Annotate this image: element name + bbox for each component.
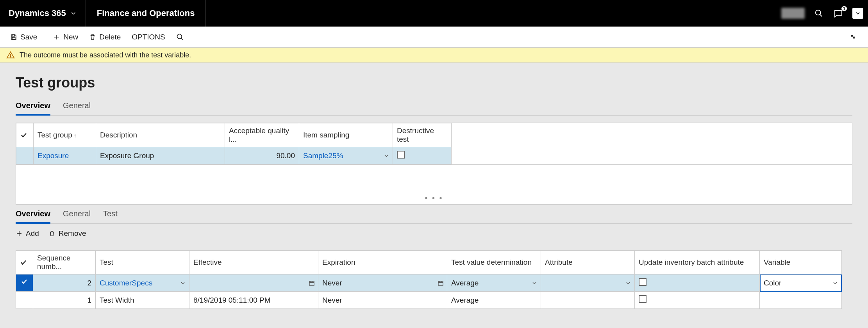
- search-action-button[interactable]: [171, 31, 189, 43]
- notification-badge: 1: [841, 6, 847, 11]
- grid1-row[interactable]: Exposure Exposure Group 90.00 Sample25%: [16, 147, 452, 164]
- row-selector-checked[interactable]: [16, 275, 33, 292]
- popout-icon: [848, 33, 856, 41]
- cell-description[interactable]: Exposure Group: [96, 147, 225, 164]
- new-button[interactable]: New: [48, 30, 84, 44]
- svg-rect-12: [309, 281, 314, 285]
- chevron-down-icon: [383, 153, 389, 159]
- svg-line-1: [820, 14, 822, 17]
- cell-update-attr[interactable]: [635, 275, 760, 292]
- cell-seq[interactable]: 2: [33, 275, 96, 292]
- checkbox[interactable]: [639, 295, 647, 303]
- check-icon: [20, 132, 27, 139]
- cell-tvd[interactable]: Average: [447, 275, 541, 292]
- select-all-header-2[interactable]: [16, 251, 33, 275]
- cell-attribute[interactable]: [541, 275, 635, 292]
- col-effective[interactable]: Effective: [189, 251, 318, 275]
- tab-overview-top[interactable]: Overview: [16, 98, 50, 116]
- cell-attribute[interactable]: [541, 292, 635, 309]
- cell-test-group[interactable]: Exposure: [34, 147, 96, 164]
- svg-point-6: [177, 34, 182, 39]
- svg-rect-2: [12, 35, 14, 36]
- content-area: Test groups Overview General Test group↑…: [0, 63, 868, 309]
- splitter-handle[interactable]: • • •: [16, 192, 852, 204]
- checkbox[interactable]: [639, 278, 647, 286]
- action-bar: Save New Delete OPTIONS: [0, 27, 868, 48]
- tab-general-bottom[interactable]: General: [63, 206, 91, 224]
- cell-update-attr[interactable]: [635, 292, 760, 309]
- check-icon: [20, 259, 27, 266]
- cell-expiration[interactable]: Never: [318, 275, 447, 292]
- col-update-attr[interactable]: Update inventory batch attribute: [635, 251, 760, 275]
- col-tvd[interactable]: Test value determination: [447, 251, 541, 275]
- cell-destructive[interactable]: [393, 147, 452, 164]
- cell-test[interactable]: CustomerSpecs: [96, 275, 189, 292]
- svg-line-7: [181, 38, 183, 40]
- svg-rect-16: [438, 281, 443, 285]
- cell-effective[interactable]: [189, 275, 318, 292]
- col-variable[interactable]: Variable: [760, 251, 842, 275]
- brand-dropdown[interactable]: Dynamics 365: [0, 0, 86, 27]
- grid2-row[interactable]: 1 Test Width 8/19/2019 05:11:00 PM Never…: [16, 292, 842, 309]
- cell-effective[interactable]: 8/19/2019 05:11:00 PM: [189, 292, 318, 309]
- brand-label: Dynamics 365: [9, 8, 66, 18]
- col-test-group[interactable]: Test group↑: [34, 123, 96, 147]
- delete-button[interactable]: Delete: [84, 30, 126, 44]
- topbar-icons: 1: [781, 0, 868, 27]
- cell-tvd[interactable]: Average: [447, 292, 541, 309]
- cell-expiration[interactable]: Never: [318, 292, 447, 309]
- grid1-header-row: Test group↑ Description Acceptable quali…: [16, 123, 452, 147]
- page-title: Test groups: [16, 75, 852, 91]
- plus-icon: [16, 230, 23, 237]
- options-button[interactable]: OPTIONS: [126, 30, 171, 44]
- cell-item-sampling[interactable]: Sample25%: [299, 147, 393, 164]
- module-label: Finance and Operations: [86, 0, 206, 27]
- grid2-row[interactable]: 2 CustomerSpecs Never Average: [16, 275, 842, 292]
- svg-point-9: [10, 57, 11, 57]
- chevron-down-icon: [180, 280, 186, 286]
- add-button[interactable]: Add: [16, 229, 39, 238]
- row-selector[interactable]: [16, 292, 33, 309]
- col-attribute[interactable]: Attribute: [541, 251, 635, 275]
- cell-test[interactable]: Test Width: [96, 292, 189, 309]
- search-icon: [176, 33, 184, 41]
- col-seq[interactable]: Sequence numb...: [33, 251, 96, 275]
- chevron-down-icon: [531, 280, 538, 286]
- new-label: New: [63, 33, 78, 41]
- dropdown-icon[interactable]: [852, 8, 863, 19]
- col-expiration[interactable]: Expiration: [318, 251, 447, 275]
- cell-variable[interactable]: Color: [760, 275, 842, 292]
- user-area[interactable]: [781, 8, 805, 19]
- calendar-icon: [438, 280, 444, 286]
- cell-seq[interactable]: 1: [33, 292, 96, 309]
- col-destructive[interactable]: Destructive test: [393, 123, 452, 147]
- tab-general-top[interactable]: General: [63, 98, 91, 116]
- popout-button[interactable]: [841, 33, 863, 41]
- row-selector[interactable]: [16, 147, 34, 164]
- cell-variable[interactable]: [760, 292, 842, 309]
- col-description[interactable]: Description: [96, 123, 225, 147]
- calendar-icon: [309, 280, 315, 286]
- tab-overview-bottom[interactable]: Overview: [16, 206, 50, 224]
- sort-asc-icon: ↑: [74, 132, 77, 139]
- col-test[interactable]: Test: [96, 251, 189, 275]
- chat-icon[interactable]: 1: [833, 8, 844, 19]
- tab-test-bottom[interactable]: Test: [103, 206, 118, 224]
- col-aql[interactable]: Acceptable quality l...: [225, 123, 299, 147]
- checkbox[interactable]: [397, 151, 405, 159]
- select-all-header[interactable]: [16, 123, 34, 147]
- svg-rect-3: [12, 37, 15, 39]
- col-item-sampling[interactable]: Item sampling: [299, 123, 393, 147]
- top-bar: Dynamics 365 Finance and Operations 1: [0, 0, 868, 27]
- chevron-down-icon: [625, 280, 631, 286]
- search-icon[interactable]: [813, 8, 824, 19]
- remove-label: Remove: [59, 229, 86, 238]
- delete-label: Delete: [99, 33, 121, 41]
- save-button[interactable]: Save: [5, 30, 43, 44]
- tabs-top: Overview General: [16, 98, 852, 116]
- remove-button[interactable]: Remove: [48, 229, 86, 238]
- warning-text: The outcome must be associated with the …: [20, 51, 191, 59]
- warning-bar: The outcome must be associated with the …: [0, 48, 868, 63]
- cell-aql[interactable]: 90.00: [225, 147, 299, 164]
- trash-icon: [89, 34, 96, 41]
